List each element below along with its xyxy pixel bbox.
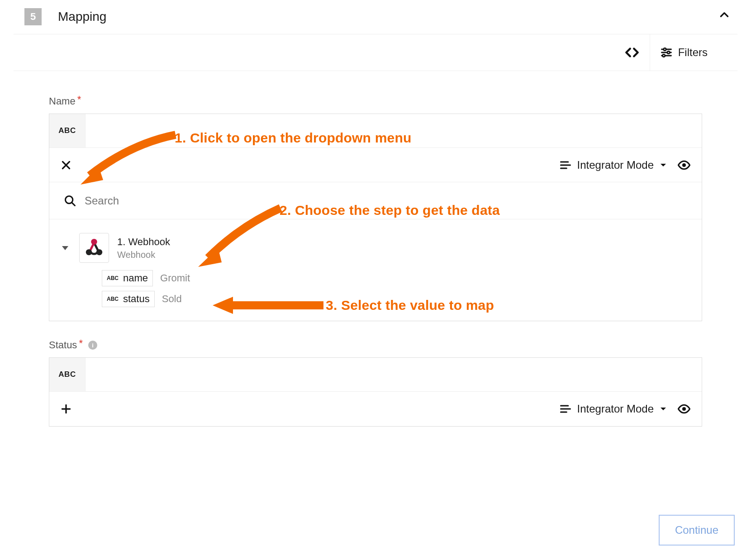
value-key: status xyxy=(123,293,150,305)
status-field-label: Status* i xyxy=(49,339,702,351)
chevron-up-icon xyxy=(718,9,730,21)
open-picker-button[interactable] xyxy=(60,403,72,415)
list-icon xyxy=(559,403,572,415)
mode-label: Integrator Mode xyxy=(577,159,654,171)
value-sample: Sold xyxy=(162,293,182,305)
svg-point-9 xyxy=(682,163,686,167)
preview-toggle[interactable] xyxy=(677,158,691,172)
filters-button[interactable]: Filters xyxy=(650,34,718,71)
expand-caret[interactable] xyxy=(62,246,68,250)
close-icon xyxy=(60,159,72,171)
annotation-1-text: 1. Click to open the dropdown menu xyxy=(175,130,411,146)
eye-icon xyxy=(677,158,691,172)
status-field-panel: ABC xyxy=(49,357,702,427)
eye-icon xyxy=(677,402,691,416)
continue-button[interactable]: Continue xyxy=(659,515,735,546)
code-icon xyxy=(624,45,640,60)
code-toggle[interactable] xyxy=(614,34,650,71)
svg-point-13 xyxy=(86,249,92,255)
preview-toggle[interactable] xyxy=(677,402,691,416)
value-key: name xyxy=(123,272,148,284)
name-field-label: Name* xyxy=(49,95,702,107)
svg-point-18 xyxy=(682,407,686,411)
svg-point-3 xyxy=(667,51,670,53)
step-number-badge: 5 xyxy=(24,8,42,25)
source-step-subtitle: Webhook xyxy=(117,250,170,260)
sliders-icon xyxy=(660,46,673,59)
required-mark: * xyxy=(77,94,81,105)
svg-point-1 xyxy=(663,48,665,50)
source-step-row[interactable]: 1. Webhook Webhook xyxy=(62,233,692,263)
search-icon xyxy=(64,195,76,207)
list-icon xyxy=(559,159,572,171)
source-step-title: 1. Webhook xyxy=(117,236,170,248)
chevron-down-icon xyxy=(659,161,667,169)
collapse-toggle[interactable] xyxy=(718,9,730,21)
mode-label: Integrator Mode xyxy=(577,403,654,415)
plus-icon xyxy=(60,403,72,415)
chevron-down-icon xyxy=(659,405,667,413)
webhook-icon xyxy=(84,237,105,258)
close-picker-button[interactable] xyxy=(60,159,72,171)
annotation-3-text: 3. Select the value to map xyxy=(326,298,494,313)
svg-point-5 xyxy=(662,54,665,57)
section-title: Mapping xyxy=(58,9,106,24)
type-badge-abc: ABC xyxy=(49,358,86,391)
info-icon[interactable]: i xyxy=(88,341,97,350)
webhook-app-icon xyxy=(79,233,109,263)
value-sample: Gromit xyxy=(160,272,190,284)
type-badge-abc: ABC xyxy=(107,296,119,302)
value-option-row[interactable]: ABC name Gromit xyxy=(102,270,692,286)
type-badge-abc: ABC xyxy=(49,114,86,147)
mode-dropdown[interactable]: Integrator Mode xyxy=(559,403,667,415)
mapping-toolbar: Filters xyxy=(14,34,737,71)
svg-line-11 xyxy=(72,203,75,205)
section-header[interactable]: 5 Mapping xyxy=(0,0,751,34)
status-mapping-input[interactable] xyxy=(86,358,702,391)
type-badge-abc: ABC xyxy=(107,275,119,281)
required-mark: * xyxy=(79,337,83,349)
filters-label: Filters xyxy=(678,46,708,59)
mode-dropdown[interactable]: Integrator Mode xyxy=(559,159,667,171)
svg-point-12 xyxy=(91,239,97,245)
svg-point-14 xyxy=(96,249,102,255)
value-chip[interactable]: ABC status xyxy=(102,291,155,307)
value-chip[interactable]: ABC name xyxy=(102,270,153,286)
annotation-2-text: 2. Choose the step to get the data xyxy=(280,203,500,218)
